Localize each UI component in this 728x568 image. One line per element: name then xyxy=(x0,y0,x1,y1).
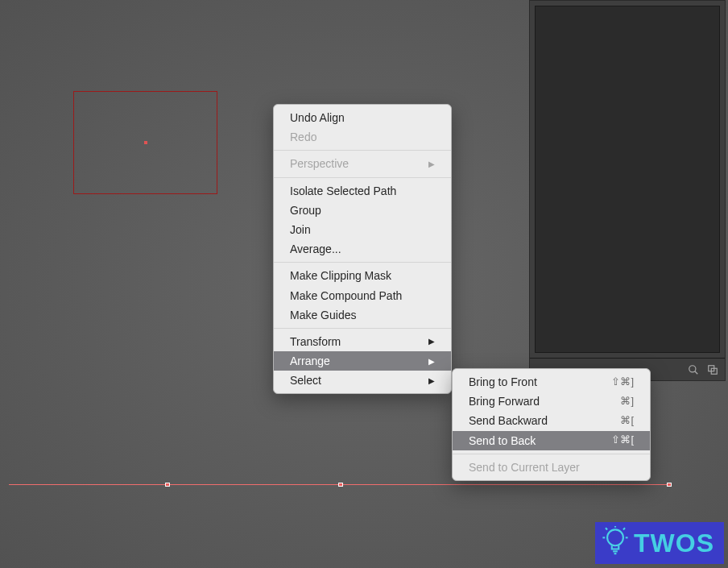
menu-item-transform[interactable]: Transform ▶ xyxy=(274,332,451,351)
menu-separator xyxy=(453,454,650,454)
panel-content-area xyxy=(535,6,720,353)
menu-item-bring-forward[interactable]: Bring Forward ⌘] xyxy=(453,392,650,411)
menu-item-label: Average... xyxy=(290,242,341,256)
brand-text: TWOS xyxy=(634,529,714,558)
menu-item-label: Join xyxy=(290,222,311,237)
menu-shortcut: ⇧⌘] xyxy=(611,375,634,389)
svg-point-0 xyxy=(689,365,696,371)
menu-item-label: Group xyxy=(290,203,321,218)
selected-rectangle[interactable] xyxy=(73,91,217,194)
menu-item-label: Make Compound Path xyxy=(290,288,402,303)
chevron-right-icon: ▶ xyxy=(428,356,435,367)
menu-item-make-clipping-mask[interactable]: Make Clipping Mask xyxy=(274,266,451,285)
menu-item-label: Undo Align xyxy=(290,110,345,125)
menu-item-undo[interactable]: Undo Align xyxy=(274,108,451,127)
selection-center-handle[interactable] xyxy=(144,141,147,144)
menu-item-label: Arrange xyxy=(290,354,330,368)
menu-item-label: Send to Back xyxy=(469,433,536,448)
chevron-right-icon: ▶ xyxy=(428,375,435,386)
lightbulb-icon xyxy=(602,526,629,561)
chevron-right-icon: ▶ xyxy=(428,336,435,346)
menu-shortcut: ⇧⌘[ xyxy=(611,433,634,447)
svg-line-11 xyxy=(623,528,625,529)
menu-item-send-to-back[interactable]: Send to Back ⇧⌘[ xyxy=(453,431,650,450)
menu-item-send-backward[interactable]: Send Backward ⌘[ xyxy=(453,411,650,430)
menu-item-select[interactable]: Select ▶ xyxy=(274,371,451,390)
line-handle[interactable] xyxy=(667,483,672,487)
layers-icon[interactable] xyxy=(705,363,720,377)
menu-item-make-compound-path[interactable]: Make Compound Path xyxy=(274,286,451,305)
context-menu: Undo Align Redo Perspective ▶ Isolate Se… xyxy=(273,104,452,394)
zoom-icon[interactable] xyxy=(686,363,701,377)
watermark-badge: TWOS xyxy=(595,522,724,564)
menu-shortcut: ⌘[ xyxy=(620,414,634,428)
line-handle[interactable] xyxy=(338,483,343,487)
svg-point-4 xyxy=(607,529,623,545)
menu-item-label: Perspective xyxy=(290,156,349,171)
menu-item-join[interactable]: Join xyxy=(274,220,451,239)
menu-item-label: Bring Forward xyxy=(469,394,540,408)
menu-item-label: Make Clipping Mask xyxy=(290,268,391,283)
menu-item-bring-to-front[interactable]: Bring to Front ⇧⌘] xyxy=(453,372,650,392)
menu-item-isolate[interactable]: Isolate Selected Path xyxy=(274,181,451,201)
submenu-arrange: Bring to Front ⇧⌘] Bring Forward ⌘] Send… xyxy=(452,368,651,481)
menu-item-label: Transform xyxy=(290,334,341,349)
svg-line-10 xyxy=(606,528,607,529)
menu-separator xyxy=(274,328,451,329)
menu-item-redo: Redo xyxy=(274,127,451,147)
menu-separator xyxy=(274,177,451,178)
menu-separator xyxy=(274,262,451,263)
svg-line-1 xyxy=(695,371,698,374)
menu-item-arrange[interactable]: Arrange ▶ xyxy=(274,351,451,371)
menu-item-send-to-current-layer: Send to Current Layer xyxy=(453,458,650,477)
menu-item-perspective: Perspective ▶ xyxy=(274,154,451,173)
menu-item-label: Send Backward xyxy=(469,413,548,428)
menu-item-label: Bring to Front xyxy=(469,375,537,389)
menu-separator xyxy=(274,150,451,151)
menu-item-label: Send to Current Layer xyxy=(469,460,580,475)
menu-item-label: Redo xyxy=(290,130,316,144)
menu-item-group[interactable]: Group xyxy=(274,201,451,220)
menu-item-label: Make Guides xyxy=(290,308,356,322)
menu-item-label: Select xyxy=(290,373,321,388)
menu-item-average[interactable]: Average... xyxy=(274,239,451,259)
menu-item-make-guides[interactable]: Make Guides xyxy=(274,305,451,325)
menu-item-label: Isolate Selected Path xyxy=(290,184,396,198)
menu-shortcut: ⌘] xyxy=(620,395,634,408)
ui-panel xyxy=(529,0,726,381)
chevron-right-icon: ▶ xyxy=(428,159,435,169)
line-handle[interactable] xyxy=(165,483,170,487)
guide-line[interactable] xyxy=(9,484,672,485)
